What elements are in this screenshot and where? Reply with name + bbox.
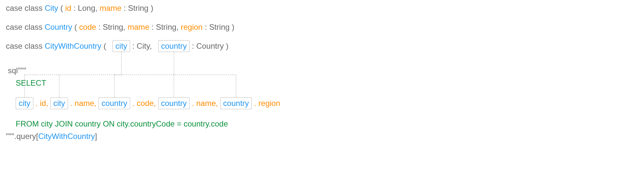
keyword: case class xyxy=(6,23,42,31)
param-city-type: : City, xyxy=(132,42,152,50)
param-mame: mame xyxy=(127,23,149,31)
param-region-type: : String ) xyxy=(205,23,234,31)
param-mame: mame xyxy=(100,4,122,12)
param-country-box: country xyxy=(158,40,190,52)
paren-open: ( xyxy=(60,4,63,12)
param-city-box: city xyxy=(112,40,130,52)
col-country-code-tbl: country xyxy=(98,97,130,109)
query-close: """.query[ xyxy=(6,132,38,141)
col-city-id: . id, xyxy=(36,99,50,108)
param-code-type: : String, xyxy=(98,23,127,31)
sql-block: sql""" SELECT city . id, city . name, co… xyxy=(6,65,638,142)
param-code: code xyxy=(79,23,96,31)
keyword: case class xyxy=(6,42,42,50)
param-mame-type: : String, xyxy=(152,23,181,31)
param-id-type: : Long, xyxy=(74,4,100,12)
type-name-city: City xyxy=(45,4,58,12)
sql-open: sql""" xyxy=(8,65,638,76)
sql-select: SELECT xyxy=(16,77,638,89)
paren-open: ( xyxy=(74,23,77,31)
col-country-name: . name, xyxy=(192,99,220,108)
param-mame-type: : String ) xyxy=(124,4,153,12)
col-city-name: . name, xyxy=(70,99,99,108)
bracket: ] xyxy=(95,132,97,141)
col-city-id-tbl: city xyxy=(16,97,33,109)
sql-select-row: city . id, city . name, country . code, … xyxy=(16,97,638,109)
col-country-region-tbl: country xyxy=(220,97,252,109)
col-country-code: . code, xyxy=(132,99,158,108)
type-name-country: Country xyxy=(45,23,72,31)
col-country-name-tbl: country xyxy=(158,97,190,109)
keyword: case class xyxy=(6,4,42,12)
sql-from: FROM city JOIN country ON city.countryCo… xyxy=(16,118,638,129)
class-city: case class City ( id : Long, mame : Stri… xyxy=(6,3,638,14)
paren-open: ( xyxy=(104,42,106,50)
param-id: id xyxy=(65,4,71,12)
sql-close: """.query[CityWithCountry] xyxy=(6,131,638,142)
col-city-name-tbl: city xyxy=(50,97,68,109)
class-citywithcountry: case class CityWithCountry ( city : City… xyxy=(6,40,638,52)
col-country-region: . region xyxy=(254,99,280,108)
type-name-cwc: CityWithCountry xyxy=(45,42,101,50)
param-country-type: : Country ) xyxy=(192,42,229,50)
query-type: CityWithCountry xyxy=(38,132,95,141)
class-country: case class Country ( code : String, mame… xyxy=(6,22,638,33)
param-region: region xyxy=(181,23,203,31)
